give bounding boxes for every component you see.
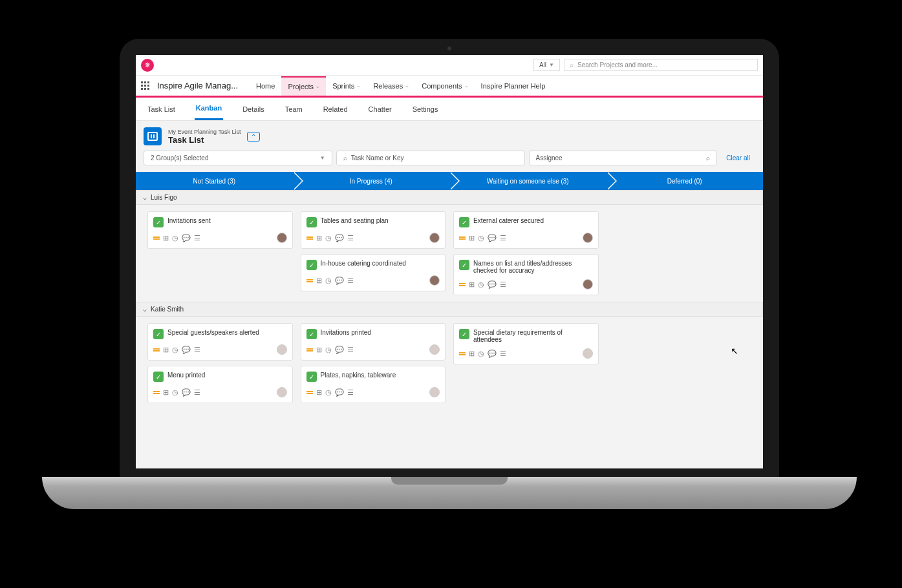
comment-icon: 💬 (488, 350, 497, 358)
swimlane-body: ✓Invitations sent⊞◷💬☰✓Tables and seating… (144, 205, 755, 302)
task-title: In-house catering coordinated (321, 260, 406, 267)
task-card[interactable]: ✓Names on list and titles/addresses chec… (453, 254, 599, 295)
task-title: Special dietary requirements of attendee… (473, 329, 593, 343)
app-launcher-icon[interactable] (141, 81, 149, 90)
kanban-column: ✓Tables and seating plan⊞◷💬☰✓In-house ca… (297, 211, 450, 295)
checkmark-icon: ✓ (306, 372, 317, 382)
assignee-avatar[interactable] (429, 275, 440, 286)
top-bar: ❋ All ▼ ⌕ Search Projects and more... (136, 55, 763, 76)
assignee-placeholder: Assignee (536, 154, 563, 162)
assignee-avatar[interactable] (277, 233, 287, 243)
subtab-details[interactable]: Details (241, 99, 266, 120)
priority-icon (153, 348, 160, 352)
subtask-icon: ⊞ (469, 234, 475, 242)
task-card[interactable]: ✓Invitations printed⊞◷💬☰ (301, 323, 446, 361)
swimlane-header[interactable]: ⌵Luis Figo (136, 190, 763, 205)
task-card[interactable]: ✓Menu printed⊞◷💬☰ (147, 366, 293, 403)
checkmark-icon: ✓ (459, 260, 469, 270)
subtab-task-list[interactable]: Task List (146, 99, 177, 120)
subtab-settings[interactable]: Settings (411, 99, 440, 120)
tasklist-title: Task List (168, 135, 241, 145)
swimlane-header[interactable]: ⌵Katie Smith (136, 302, 763, 317)
comment-icon: 💬 (488, 234, 497, 242)
assignee-avatar[interactable] (583, 348, 593, 359)
nav-item-components[interactable]: Components⌵ (415, 76, 474, 96)
status-deferred[interactable]: Deferred (0) (607, 172, 764, 190)
chevron-down-icon: ⌵ (357, 83, 360, 89)
assignee-avatar[interactable] (429, 233, 440, 243)
task-card[interactable]: ✓Plates, napkins, tableware⊞◷💬☰ (301, 366, 446, 403)
nav-item-sprints[interactable]: Sprints⌵ (326, 76, 367, 96)
checkmark-icon: ✓ (306, 260, 317, 270)
priority-icon (306, 391, 313, 394)
task-title: Names on list and titles/addresses check… (473, 260, 593, 274)
subtab-team[interactable]: Team (284, 99, 304, 120)
subtask-icon: ⊞ (163, 346, 169, 354)
swimlane-name: Katie Smith (151, 306, 184, 313)
app-screen: ❋ All ▼ ⌕ Search Projects and more... In… (136, 55, 763, 468)
checkmark-icon: ✓ (306, 217, 317, 227)
assignee-avatar[interactable] (583, 279, 593, 289)
subtab-chatter[interactable]: Chatter (367, 99, 393, 120)
search-scope-label: All (539, 61, 546, 68)
checkmark-icon: ✓ (306, 329, 317, 339)
subtask-icon: ⊞ (316, 234, 322, 242)
priority-icon (459, 236, 466, 240)
priority-icon (306, 348, 313, 352)
status-in-progress[interactable]: In Progress (4) (293, 172, 450, 190)
status-not-started[interactable]: Not Started (3) (136, 172, 293, 190)
sub-tabs: Task ListKanbanDetailsTeamRelatedChatter… (136, 98, 763, 121)
assignee-avatar[interactable] (277, 387, 287, 397)
assignee-avatar[interactable] (583, 233, 593, 243)
checkmark-icon: ✓ (459, 217, 469, 227)
kanban-column: ✓External caterer secured⊞◷💬☰✓Names on l… (449, 211, 603, 295)
status-waiting-on-someone-else[interactable]: Waiting on someone else (3) (449, 172, 607, 190)
clock-icon: ◷ (325, 234, 332, 242)
subtask-icon: ⊞ (469, 280, 475, 289)
task-name-filter-input[interactable]: ⌕ Task Name or Key (336, 151, 525, 165)
app-logo-icon: ❋ (141, 59, 154, 72)
comment-icon: 💬 (335, 234, 344, 242)
task-card[interactable]: ✓Special guests/speakers alerted⊞◷💬☰ (147, 323, 293, 361)
subtab-kanban[interactable]: Kanban (195, 98, 223, 120)
checkmark-icon: ✓ (153, 217, 164, 227)
search-icon: ⌕ (343, 154, 347, 162)
task-card[interactable]: ✓Tables and seating plan⊞◷💬☰ (301, 211, 446, 249)
task-card[interactable]: ✓External caterer secured⊞◷💬☰ (453, 211, 599, 249)
clock-icon: ◷ (172, 234, 178, 242)
nav-item-projects[interactable]: Projects⌵ (281, 76, 326, 96)
nav-item-inspire-planner-help[interactable]: Inspire Planner Help (475, 76, 552, 96)
search-icon: ⌕ (570, 61, 574, 68)
list-icon: ☰ (194, 346, 200, 354)
clock-icon: ◷ (478, 350, 484, 358)
comment-icon: 💬 (182, 346, 191, 354)
tasklist-header: My Event Planning Task List Task List ⌃ (144, 127, 755, 145)
task-title: Special guests/speakers alerted (167, 329, 259, 336)
global-search-input[interactable]: ⌕ Search Projects and more... (564, 59, 758, 71)
clear-all-link[interactable]: Clear all (721, 154, 755, 162)
search-placeholder: Search Projects and more... (577, 61, 658, 68)
list-icon: ☰ (500, 234, 506, 242)
list-icon: ☰ (347, 277, 354, 285)
group-filter-dropdown[interactable]: 2 Group(s) Selected ▼ (144, 151, 332, 165)
card-meta-icons: ⊞◷💬☰ (153, 388, 200, 397)
task-card[interactable]: ✓Special dietary requirements of attende… (453, 323, 599, 364)
search-scope-dropdown[interactable]: All ▼ (533, 59, 560, 71)
task-title: Plates, napkins, tableware (321, 372, 396, 379)
assignee-avatar[interactable] (429, 387, 440, 397)
assignee-avatar[interactable] (429, 344, 440, 355)
task-card[interactable]: ✓Invitations sent⊞◷💬☰ (147, 211, 293, 249)
collapse-button[interactable]: ⌃ (247, 132, 260, 142)
list-icon: ☰ (194, 234, 200, 242)
task-card[interactable]: ✓In-house catering coordinated⊞◷💬☰ (301, 254, 446, 291)
assignee-avatar[interactable] (277, 344, 287, 355)
nav-item-releases[interactable]: Releases⌵ (367, 76, 415, 96)
comment-icon: 💬 (335, 277, 344, 285)
nav-item-home[interactable]: Home (250, 76, 281, 96)
list-icon: ☰ (500, 280, 506, 289)
subtab-related[interactable]: Related (322, 99, 349, 120)
card-meta-icons: ⊞◷💬☰ (306, 277, 354, 285)
checkmark-icon: ✓ (153, 329, 164, 339)
assignee-filter-input[interactable]: Assignee ⌕ (529, 151, 718, 165)
kanban-column (603, 211, 756, 295)
